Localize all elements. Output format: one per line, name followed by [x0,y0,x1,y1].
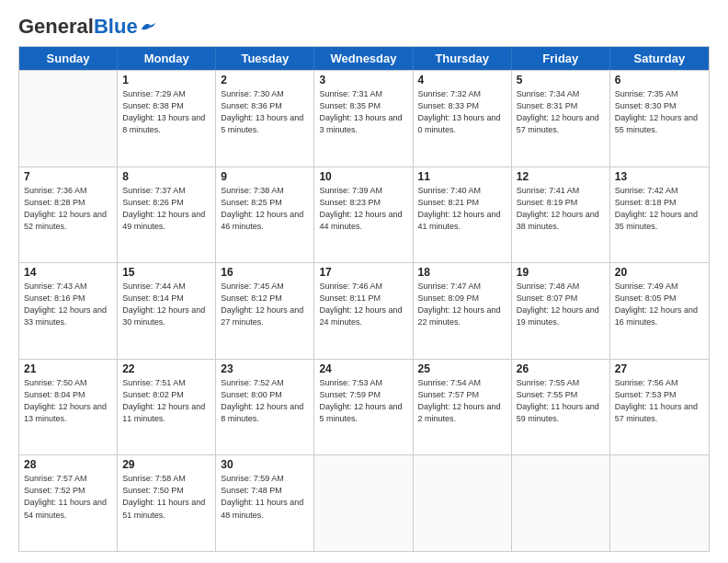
calendar-cell-3: 3Sunrise: 7:31 AM Sunset: 8:35 PM Daylig… [314,71,413,167]
page: GeneralBlue SundayMondayTuesdayWednesday… [0,0,728,563]
day-info: Sunrise: 7:47 AM Sunset: 8:09 PM Dayligh… [418,281,506,328]
header-day-monday: Monday [118,47,216,70]
calendar-cell-27: 27Sunrise: 7:56 AM Sunset: 7:53 PM Dayli… [610,360,709,455]
calendar-cell-30: 30Sunrise: 7:59 AM Sunset: 7:48 PM Dayli… [216,455,314,551]
calendar-cell-4: 4Sunrise: 7:32 AM Sunset: 8:33 PM Daylig… [414,71,512,167]
calendar-cell-23: 23Sunrise: 7:52 AM Sunset: 8:00 PM Dayli… [216,360,314,455]
calendar-cell-8: 8Sunrise: 7:37 AM Sunset: 8:26 PM Daylig… [118,167,216,263]
day-info: Sunrise: 7:58 AM Sunset: 7:50 PM Dayligh… [122,473,210,521]
day-number: 15 [122,266,210,279]
day-number: 21 [24,362,112,375]
calendar-row-1: 7Sunrise: 7:36 AM Sunset: 8:28 PM Daylig… [19,167,709,263]
day-info: Sunrise: 7:34 AM Sunset: 8:31 PM Dayligh… [517,88,605,136]
calendar-cell-9: 9Sunrise: 7:38 AM Sunset: 8:25 PM Daylig… [216,167,314,263]
day-info: Sunrise: 7:50 AM Sunset: 8:04 PM Dayligh… [24,377,112,425]
header-day-sunday: Sunday [19,47,118,70]
day-info: Sunrise: 7:29 AM Sunset: 8:38 PM Dayligh… [122,88,210,136]
calendar-header: SundayMondayTuesdayWednesdayThursdayFrid… [19,47,709,70]
day-number: 30 [221,458,309,471]
logo-bird-icon [140,20,156,33]
day-number: 27 [615,362,704,375]
day-info: Sunrise: 7:51 AM Sunset: 8:02 PM Dayligh… [122,377,210,425]
day-number: 20 [615,266,704,279]
calendar-cell-22: 22Sunrise: 7:51 AM Sunset: 8:02 PM Dayli… [118,360,216,455]
calendar-cell-1: 1Sunrise: 7:29 AM Sunset: 8:38 PM Daylig… [118,71,216,167]
day-number: 18 [418,266,506,279]
day-info: Sunrise: 7:45 AM Sunset: 8:12 PM Dayligh… [221,281,309,328]
calendar-row-4: 28Sunrise: 7:57 AM Sunset: 7:52 PM Dayli… [19,454,709,551]
day-info: Sunrise: 7:30 AM Sunset: 8:36 PM Dayligh… [221,88,309,136]
day-info: Sunrise: 7:37 AM Sunset: 8:26 PM Dayligh… [122,185,210,233]
calendar-row-0: 1Sunrise: 7:29 AM Sunset: 8:38 PM Daylig… [19,70,709,167]
calendar-cell-6: 6Sunrise: 7:35 AM Sunset: 8:30 PM Daylig… [610,71,709,167]
calendar-cell-empty [314,455,413,551]
calendar-row-2: 14Sunrise: 7:43 AM Sunset: 8:16 PM Dayli… [19,262,709,359]
day-number: 1 [122,74,210,86]
calendar-cell-21: 21Sunrise: 7:50 AM Sunset: 8:04 PM Dayli… [19,360,118,455]
calendar-cell-14: 14Sunrise: 7:43 AM Sunset: 8:16 PM Dayli… [19,263,118,359]
header-day-friday: Friday [512,47,610,70]
day-number: 3 [319,74,407,86]
calendar-cell-12: 12Sunrise: 7:41 AM Sunset: 8:19 PM Dayli… [512,167,610,263]
header-day-wednesday: Wednesday [314,47,413,70]
day-info: Sunrise: 7:42 AM Sunset: 8:18 PM Dayligh… [615,185,704,233]
header-day-saturday: Saturday [610,47,709,70]
day-info: Sunrise: 7:49 AM Sunset: 8:05 PM Dayligh… [615,281,704,328]
day-info: Sunrise: 7:46 AM Sunset: 8:11 PM Dayligh… [319,281,407,328]
calendar-cell-29: 29Sunrise: 7:58 AM Sunset: 7:50 PM Dayli… [118,455,216,551]
calendar-cell-10: 10Sunrise: 7:39 AM Sunset: 8:23 PM Dayli… [314,167,413,263]
calendar-row-3: 21Sunrise: 7:50 AM Sunset: 8:04 PM Dayli… [19,359,709,455]
calendar-cell-25: 25Sunrise: 7:54 AM Sunset: 7:57 PM Dayli… [414,360,512,455]
calendar-cell-13: 13Sunrise: 7:42 AM Sunset: 8:18 PM Dayli… [610,167,709,263]
day-number: 2 [221,74,309,86]
day-number: 4 [418,74,506,86]
calendar-cell-7: 7Sunrise: 7:36 AM Sunset: 8:28 PM Daylig… [19,167,118,263]
calendar-cell-24: 24Sunrise: 7:53 AM Sunset: 7:59 PM Dayli… [314,360,413,455]
day-number: 5 [517,74,605,86]
day-number: 26 [517,362,605,375]
calendar-body: 1Sunrise: 7:29 AM Sunset: 8:38 PM Daylig… [19,70,709,551]
day-info: Sunrise: 7:59 AM Sunset: 7:48 PM Dayligh… [221,473,309,521]
calendar-cell-empty [512,455,610,551]
day-info: Sunrise: 7:35 AM Sunset: 8:30 PM Dayligh… [615,88,704,136]
calendar-cell-20: 20Sunrise: 7:49 AM Sunset: 8:05 PM Dayli… [610,263,709,359]
header-day-tuesday: Tuesday [216,47,314,70]
calendar-cell-26: 26Sunrise: 7:55 AM Sunset: 7:55 PM Dayli… [512,360,610,455]
day-number: 7 [24,170,112,183]
day-info: Sunrise: 7:54 AM Sunset: 7:57 PM Dayligh… [418,377,506,425]
day-number: 22 [122,362,210,375]
header-day-thursday: Thursday [414,47,512,70]
calendar: SundayMondayTuesdayWednesdayThursdayFrid… [18,46,710,552]
day-number: 10 [319,170,407,183]
calendar-cell-18: 18Sunrise: 7:47 AM Sunset: 8:09 PM Dayli… [414,263,512,359]
day-info: Sunrise: 7:36 AM Sunset: 8:28 PM Dayligh… [24,185,112,233]
day-info: Sunrise: 7:40 AM Sunset: 8:21 PM Dayligh… [418,185,506,233]
day-info: Sunrise: 7:39 AM Sunset: 8:23 PM Dayligh… [319,185,407,233]
logo: GeneralBlue [18,17,156,37]
day-info: Sunrise: 7:43 AM Sunset: 8:16 PM Dayligh… [24,281,112,328]
day-info: Sunrise: 7:32 AM Sunset: 8:33 PM Dayligh… [418,88,506,136]
day-number: 14 [24,266,112,279]
day-number: 11 [418,170,506,183]
calendar-cell-empty [414,455,512,551]
day-number: 12 [517,170,605,183]
day-number: 25 [418,362,506,375]
day-number: 8 [122,170,210,183]
day-info: Sunrise: 7:57 AM Sunset: 7:52 PM Dayligh… [24,473,112,521]
day-info: Sunrise: 7:55 AM Sunset: 7:55 PM Dayligh… [517,377,605,425]
day-info: Sunrise: 7:44 AM Sunset: 8:14 PM Dayligh… [122,281,210,328]
day-info: Sunrise: 7:52 AM Sunset: 8:00 PM Dayligh… [221,377,309,425]
day-info: Sunrise: 7:48 AM Sunset: 8:07 PM Dayligh… [517,281,605,328]
day-info: Sunrise: 7:31 AM Sunset: 8:35 PM Dayligh… [319,88,407,136]
day-number: 6 [615,74,704,86]
day-number: 29 [122,458,210,471]
day-number: 13 [615,170,704,183]
day-number: 24 [319,362,407,375]
calendar-cell-15: 15Sunrise: 7:44 AM Sunset: 8:14 PM Dayli… [118,263,216,359]
calendar-cell-28: 28Sunrise: 7:57 AM Sunset: 7:52 PM Dayli… [19,455,118,551]
calendar-cell-empty [19,71,118,167]
day-number: 17 [319,266,407,279]
day-number: 19 [517,266,605,279]
day-info: Sunrise: 7:53 AM Sunset: 7:59 PM Dayligh… [319,377,407,425]
calendar-cell-19: 19Sunrise: 7:48 AM Sunset: 8:07 PM Dayli… [512,263,610,359]
